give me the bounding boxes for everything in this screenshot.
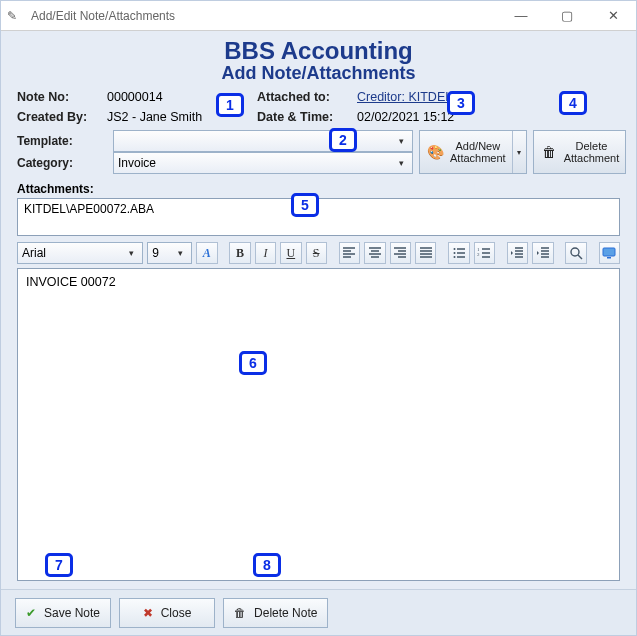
font-size-value: 9 bbox=[152, 246, 159, 260]
svg-rect-7 bbox=[607, 257, 611, 259]
outdent-button[interactable] bbox=[507, 242, 528, 264]
attachments-label: Attachments: bbox=[17, 182, 620, 196]
add-attachment-label: Add/New Attachment bbox=[450, 140, 506, 164]
font-combo[interactable]: Arial ▾ bbox=[17, 242, 143, 264]
maximize-button[interactable]: ▢ bbox=[544, 1, 590, 30]
category-combo[interactable]: Invoice ▾ bbox=[113, 152, 413, 174]
font-size-combo[interactable]: 9 ▾ bbox=[147, 242, 192, 264]
chevron-down-icon: ▾ bbox=[171, 245, 189, 261]
window-title: Add/Edit Note/Attachments bbox=[31, 9, 498, 23]
page-subtitle: Add Note/Attachments bbox=[17, 63, 620, 84]
bullet-list-button[interactable] bbox=[448, 242, 469, 264]
svg-rect-6 bbox=[603, 248, 615, 256]
svg-point-1 bbox=[453, 252, 455, 254]
svg-point-2 bbox=[453, 256, 455, 258]
category-label: Category: bbox=[17, 156, 107, 170]
trash-icon: 🗑 bbox=[540, 143, 558, 161]
template-label: Template: bbox=[17, 134, 107, 148]
attached-to-link[interactable]: Creditor: KITDEL bbox=[357, 90, 452, 104]
underline-button[interactable]: U bbox=[280, 242, 301, 264]
note-no-value: 00000014 bbox=[107, 90, 257, 104]
italic-button[interactable]: I bbox=[255, 242, 276, 264]
chevron-down-icon: ▾ bbox=[122, 245, 140, 261]
minimize-button[interactable]: — bbox=[498, 1, 544, 30]
template-combo[interactable]: ▾ bbox=[113, 130, 413, 152]
bold-button[interactable]: B bbox=[229, 242, 250, 264]
created-by-value: JS2 - Jane Smith bbox=[107, 110, 257, 124]
palette-icon: 🎨 bbox=[426, 143, 444, 161]
screen-button[interactable] bbox=[599, 242, 620, 264]
align-justify-button[interactable] bbox=[415, 242, 436, 264]
save-note-button[interactable]: ✔ Save Note bbox=[15, 598, 111, 628]
window: ✎ Add/Edit Note/Attachments — ▢ ✕ 1 2 3 … bbox=[0, 0, 637, 636]
align-right-button[interactable] bbox=[390, 242, 411, 264]
check-icon: ✔ bbox=[26, 606, 36, 620]
datetime-value: 02/02/2021 15:12 bbox=[357, 110, 537, 124]
delete-attachment-button[interactable]: 🗑 Delete Attachment bbox=[533, 130, 627, 174]
strike-button[interactable]: S bbox=[306, 242, 327, 264]
indent-button[interactable] bbox=[532, 242, 553, 264]
note-no-label: Note No: bbox=[17, 90, 107, 104]
svg-text:2: 2 bbox=[477, 252, 480, 257]
delete-note-label: Delete Note bbox=[254, 606, 317, 620]
app-heading: BBS Accounting bbox=[17, 37, 620, 65]
window-controls: — ▢ ✕ bbox=[498, 1, 636, 30]
delete-note-button[interactable]: 🗑 Delete Note bbox=[223, 598, 328, 628]
save-note-label: Save Note bbox=[44, 606, 100, 620]
attached-to-label: Attached to: bbox=[257, 90, 357, 104]
zoom-button[interactable] bbox=[565, 242, 586, 264]
titlebar: ✎ Add/Edit Note/Attachments — ▢ ✕ bbox=[1, 1, 636, 31]
chevron-down-icon: ▾ bbox=[392, 133, 410, 149]
x-icon: ✖ bbox=[143, 606, 153, 620]
info-grid: Note No: 00000014 Attached to: Creditor:… bbox=[17, 90, 620, 124]
svg-point-0 bbox=[453, 248, 455, 250]
close-button[interactable]: ✖ Close bbox=[119, 598, 215, 628]
close-window-button[interactable]: ✕ bbox=[590, 1, 636, 30]
svg-point-5 bbox=[571, 248, 579, 256]
content: 1 2 3 4 5 6 7 8 BBS Accounting Add Note/… bbox=[1, 31, 636, 589]
attachments-list[interactable]: KITDEL\APE00072.ABA bbox=[17, 198, 620, 236]
align-left-button[interactable] bbox=[339, 242, 360, 264]
created-by-label: Created By: bbox=[17, 110, 107, 124]
add-attachment-dropdown[interactable]: ▾ bbox=[512, 131, 526, 173]
font-value: Arial bbox=[22, 246, 46, 260]
app-icon: ✎ bbox=[7, 7, 25, 25]
note-editor[interactable]: INVOICE 00072 bbox=[17, 268, 620, 581]
bottom-bar: ✔ Save Note ✖ Close 🗑 Delete Note bbox=[1, 589, 636, 635]
category-value: Invoice bbox=[118, 156, 156, 170]
number-list-button[interactable]: 12 bbox=[474, 242, 495, 264]
delete-note-icon: 🗑 bbox=[234, 606, 246, 620]
attachment-item[interactable]: KITDEL\APE00072.ABA bbox=[24, 202, 613, 216]
delete-attachment-label: Delete Attachment bbox=[564, 140, 620, 164]
formatting-toolbar: Arial ▾ 9 ▾ A B I U S 12 bbox=[17, 242, 620, 264]
chevron-down-icon: ▾ bbox=[392, 155, 410, 171]
align-center-button[interactable] bbox=[364, 242, 385, 264]
datetime-label: Date & Time: bbox=[257, 110, 357, 124]
font-color-button[interactable]: A bbox=[196, 242, 217, 264]
editor-body: INVOICE 00072 bbox=[26, 275, 611, 289]
add-attachment-button[interactable]: 🎨 Add/New Attachment ▾ bbox=[419, 130, 527, 174]
template-row: Template: ▾ 🎨 Add/New Attachment ▾ 🗑 bbox=[17, 130, 620, 174]
close-label: Close bbox=[161, 606, 192, 620]
